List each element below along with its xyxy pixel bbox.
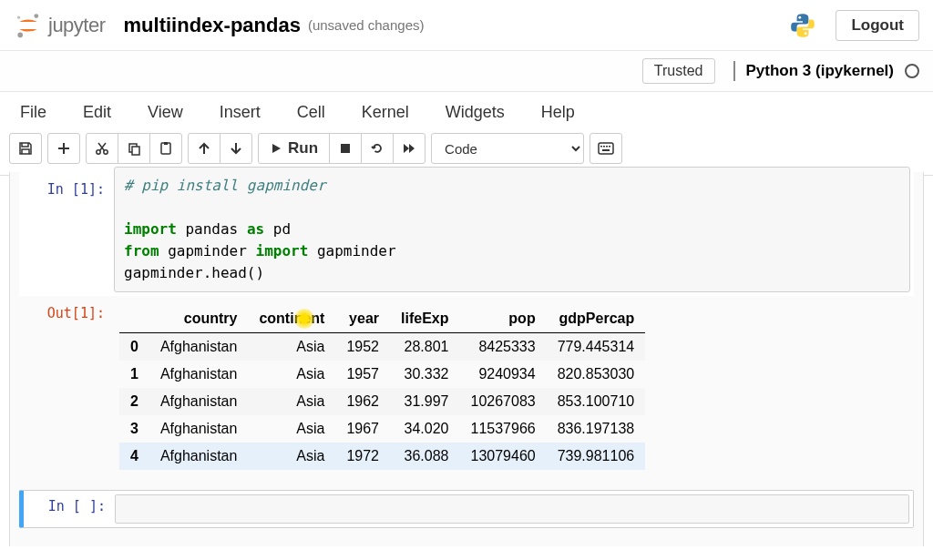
code-input-1[interactable]: # pip install gapminder import pandas as…	[114, 167, 910, 292]
restart-button[interactable]	[361, 133, 394, 164]
trusted-indicator[interactable]: Trusted	[642, 58, 715, 84]
command-palette-button[interactable]	[590, 133, 622, 164]
in-prompt-1: In [1]:	[23, 176, 114, 292]
table-header-cell: year	[335, 305, 390, 333]
table-cell: 1962	[335, 388, 390, 415]
notebook-name[interactable]: multiindex-pandas	[124, 14, 301, 37]
table-cell: Asia	[248, 333, 335, 361]
copy-button[interactable]	[118, 133, 150, 164]
table-cell: Asia	[248, 361, 335, 388]
stop-button[interactable]	[329, 133, 362, 164]
table-header-cell	[119, 305, 149, 333]
menu-file[interactable]: File	[15, 101, 52, 124]
svg-point-4	[805, 32, 807, 35]
fast-forward-icon	[402, 141, 416, 156]
svg-rect-10	[164, 142, 168, 145]
fast-forward-button[interactable]	[393, 133, 425, 164]
svg-rect-12	[599, 143, 613, 154]
table-row: 2AfghanistanAsia196231.99710267083853.10…	[119, 388, 645, 415]
cell-type-select[interactable]: Code Markdown Raw NBConvert Heading	[431, 133, 584, 164]
code-cell-1[interactable]: In [1]: # pip install gapminder import p…	[19, 172, 914, 296]
table-cell: 8425333	[459, 333, 546, 361]
empty-code-input[interactable]	[115, 494, 909, 524]
svg-rect-17	[602, 149, 610, 151]
menu-kernel[interactable]: Kernel	[356, 101, 415, 124]
notebook-status: (unsaved changes)	[308, 17, 425, 33]
plus-icon	[56, 141, 71, 156]
table-header-cell: continent	[248, 305, 335, 333]
keyboard-icon	[598, 142, 614, 155]
copy-icon	[127, 141, 141, 156]
table-cell: 2	[119, 388, 149, 415]
table-cell: 820.853030	[547, 361, 646, 388]
table-body: 0AfghanistanAsia195228.8018425333779.445…	[119, 333, 645, 471]
code-comment: # pip install gapminder	[124, 177, 326, 194]
table-cell: 28.801	[390, 333, 459, 361]
in-prompt-empty: In [ ]:	[27, 494, 115, 524]
cut-icon	[95, 141, 109, 156]
table-cell: 11537966	[459, 415, 546, 443]
jupyter-logo[interactable]: jupyter	[14, 11, 106, 40]
play-icon	[270, 142, 282, 155]
table-cell: 30.332	[390, 361, 459, 388]
logout-button[interactable]: Logout	[836, 10, 919, 41]
kernel-indicator-icon[interactable]	[905, 64, 919, 78]
notebook-area: In [1]: # pip install gapminder import p…	[9, 172, 924, 546]
table-row: 0AfghanistanAsia195228.8018425333779.445…	[119, 333, 645, 361]
add-cell-button[interactable]	[47, 133, 80, 164]
svg-point-2	[17, 15, 20, 18]
svg-rect-11	[341, 144, 350, 153]
menu-view[interactable]: View	[142, 101, 189, 124]
menu-cell[interactable]: Cell	[292, 101, 331, 124]
table-header-cell: lifeExp	[390, 305, 459, 333]
move-down-button[interactable]	[220, 133, 252, 164]
kernel-separator	[733, 61, 735, 81]
jupyter-text: jupyter	[48, 14, 106, 37]
paste-button[interactable]	[149, 133, 182, 164]
cut-button[interactable]	[86, 133, 118, 164]
menu-edit[interactable]: Edit	[77, 101, 117, 124]
stop-icon	[339, 142, 352, 155]
table-cell: 1952	[335, 333, 390, 361]
table-cell: 13079460	[459, 443, 546, 470]
table-cell: 3	[119, 415, 149, 443]
kernel-name[interactable]: Python 3 (ipykernel)	[746, 62, 894, 80]
table-cell: 1967	[335, 415, 390, 443]
table-cell: 31.997	[390, 388, 459, 415]
menu-insert[interactable]: Insert	[214, 101, 266, 124]
table-cell: Afghanistan	[149, 361, 249, 388]
save-button[interactable]	[9, 133, 42, 164]
table-cell: 0	[119, 333, 149, 361]
table-row: 3AfghanistanAsia196734.02011537966836.19…	[119, 415, 645, 443]
svg-point-0	[34, 14, 38, 18]
save-icon	[18, 141, 33, 156]
table-cell: 9240934	[459, 361, 546, 388]
menu-widgets[interactable]: Widgets	[440, 101, 510, 124]
code-line-2: from gapminder import gapminder	[124, 240, 900, 262]
table-cell: 739.981106	[547, 443, 646, 470]
restart-icon	[370, 141, 384, 156]
move-up-button[interactable]	[188, 133, 220, 164]
out-prompt-1: Out[1]:	[23, 300, 114, 470]
table-cell: 4	[119, 443, 149, 470]
output-table: countrycontinentyearlifeExppopgdpPercap …	[119, 305, 645, 470]
table-cell: 34.020	[390, 415, 459, 443]
svg-rect-13	[600, 146, 602, 148]
table-cell: 836.197138	[547, 415, 646, 443]
svg-rect-14	[603, 146, 605, 148]
table-cell: 779.445314	[547, 333, 646, 361]
empty-code-cell[interactable]: In [ ]:	[19, 490, 914, 528]
menu-help[interactable]: Help	[536, 101, 580, 124]
code-line-1: import pandas as pd	[124, 219, 900, 240]
table-cell: Asia	[248, 415, 335, 443]
run-button[interactable]: Run	[258, 133, 330, 164]
table-header-cell: country	[149, 305, 249, 333]
table-cell: Afghanistan	[149, 443, 249, 470]
table-header-row: countrycontinentyearlifeExppopgdpPercap	[119, 305, 645, 333]
svg-point-3	[799, 15, 802, 18]
table-header-cell: pop	[459, 305, 546, 333]
arrow-up-icon	[197, 141, 211, 156]
table-cell: Asia	[248, 388, 335, 415]
menu-bar: File Edit View Insert Cell Kernel Widget…	[0, 92, 933, 124]
table-row: 1AfghanistanAsia195730.3329240934820.853…	[119, 361, 645, 388]
